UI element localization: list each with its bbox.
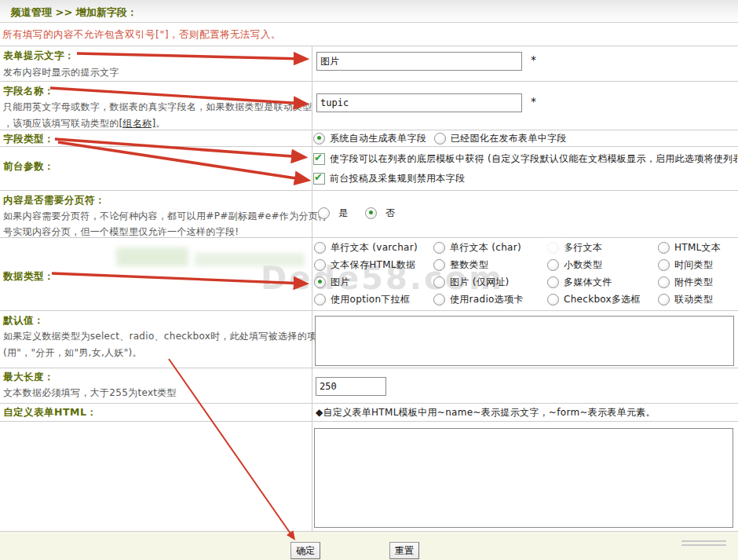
breadcrumb: 频道管理 >> 增加新字段： bbox=[11, 5, 137, 20]
option-label: 使用option下拉框 bbox=[331, 293, 410, 306]
radio-icon[interactable] bbox=[433, 294, 445, 306]
datatype-option[interactable]: 多媒体文件 bbox=[547, 276, 612, 288]
option-label: 附件类型 bbox=[674, 276, 713, 289]
field-name-input[interactable] bbox=[316, 93, 522, 112]
default-value-textarea[interactable] bbox=[315, 316, 734, 366]
option-label: 已经固化在发布表单中字段 bbox=[451, 132, 567, 145]
datatype-option[interactable]: 整数类型 bbox=[433, 258, 488, 271]
option-label: 单行文本 (varchar) bbox=[331, 241, 418, 254]
radio-icon[interactable] bbox=[314, 242, 326, 254]
radio-icon[interactable] bbox=[433, 276, 445, 288]
radio-icon[interactable] bbox=[314, 276, 326, 288]
customhtml-textarea[interactable] bbox=[314, 428, 733, 528]
required-mark: * bbox=[531, 95, 536, 108]
reset-button[interactable]: 重置 bbox=[389, 542, 419, 559]
pagebreak-option-no[interactable]: 否 bbox=[365, 207, 395, 219]
radio-icon[interactable] bbox=[313, 133, 325, 145]
footer-bar bbox=[0, 532, 738, 560]
datatype-option[interactable]: 使用option下拉框 bbox=[314, 293, 410, 306]
radio-icon[interactable] bbox=[658, 259, 670, 271]
watermark-line bbox=[681, 540, 726, 542]
group-name-link[interactable]: [组名称] bbox=[119, 118, 156, 129]
field-label-maxlen: 最大长度： bbox=[3, 371, 54, 384]
option-label: 文本保存HTML数据 bbox=[331, 258, 415, 272]
datatype-option[interactable]: 图片 (仅网址) bbox=[433, 276, 510, 288]
divider bbox=[0, 403, 738, 404]
field-label-type: 字段类型： bbox=[3, 133, 54, 146]
field-desc-name-line2: ，该项应该填写联动类型的[组名称]。 bbox=[3, 117, 166, 130]
blurred-region bbox=[116, 247, 188, 266]
field-type-option-fixed[interactable]: 已经固化在发布表单中字段 bbox=[434, 132, 567, 145]
option-label: 使字段可以在列表的底层模板中获得 (自定义字段默认仅能在文档模板显示，启用此选项… bbox=[330, 152, 737, 165]
radio-icon[interactable] bbox=[547, 294, 559, 306]
checkbox-icon[interactable] bbox=[313, 173, 325, 185]
radio-icon[interactable] bbox=[658, 242, 670, 254]
option-label: HTML文本 bbox=[674, 241, 721, 254]
radio-icon[interactable] bbox=[365, 207, 377, 219]
desc-text: 。 bbox=[155, 118, 165, 129]
radio-icon[interactable] bbox=[433, 259, 445, 271]
option-label: 系统自动生成表单字段 bbox=[330, 132, 426, 145]
field-label-datatype: 数据类型： bbox=[3, 270, 54, 284]
radio-icon[interactable] bbox=[314, 259, 326, 271]
option-label: 是 bbox=[338, 207, 348, 220]
maxlen-input[interactable] bbox=[316, 377, 386, 396]
field-desc-default-line1: 如果定义数据类型为select、radio、checkbox时，此处填写被选择的… bbox=[3, 330, 327, 343]
datatype-option[interactable]: 联动类型 bbox=[658, 293, 713, 306]
field-label-prompt: 表单提示文字： bbox=[3, 49, 75, 63]
front-param-option-list-template[interactable]: 使字段可以在列表的底层模板中获得 (自定义字段默认仅能在文档模板显示，启用此选项… bbox=[313, 152, 737, 165]
datatype-option[interactable]: HTML文本 bbox=[658, 241, 721, 254]
option-label: 使用radio选项卡 bbox=[450, 293, 524, 306]
add-field-page: Dede58.com 频道管理 >> 增加新字段： 所有填写的内容不允许包含双引… bbox=[0, 0, 738, 560]
field-type-option-auto[interactable]: 系统自动生成表单字段 bbox=[313, 132, 426, 145]
datatype-option[interactable]: 小数类型 bbox=[547, 258, 602, 271]
radio-icon[interactable] bbox=[314, 294, 326, 306]
field-desc-name-line1: 只能用英文字母或数字，数据表的真实字段名，如果数据类型是联动类型 bbox=[3, 101, 312, 114]
option-label: 否 bbox=[385, 207, 395, 220]
watermark-line bbox=[681, 544, 726, 546]
field-desc-maxlen: 文本数据必须填写，大于255为text类型 bbox=[3, 386, 177, 400]
option-label: 整数类型 bbox=[450, 258, 488, 272]
radio-icon[interactable] bbox=[547, 259, 559, 271]
checkbox-icon[interactable] bbox=[313, 153, 325, 165]
divider bbox=[0, 310, 738, 311]
field-label-pagebreak: 内容是否需要分页符： bbox=[3, 194, 105, 207]
option-label: 多行文本 bbox=[564, 241, 602, 254]
field-desc-default-line2: (用"，"分开，如"男,女,人妖")。 bbox=[3, 346, 142, 360]
field-label-front-params: 前台参数： bbox=[3, 160, 54, 174]
radio-icon[interactable] bbox=[547, 276, 559, 288]
field-label-default: 默认值： bbox=[3, 314, 44, 328]
prompt-input[interactable] bbox=[316, 52, 522, 71]
divider bbox=[0, 368, 738, 368]
divider bbox=[0, 190, 738, 191]
option-label: 多媒体文件 bbox=[564, 276, 612, 289]
datatype-option[interactable]: 使用radio选项卡 bbox=[433, 293, 524, 306]
datatype-option[interactable]: 时间类型 bbox=[658, 258, 713, 271]
notice-text: 所有填写的内容不允许包含双引号["]，否则配置将无法写入。 bbox=[2, 28, 281, 42]
blurred-region bbox=[544, 240, 566, 256]
field-label-name: 字段名称： bbox=[3, 85, 54, 98]
radio-icon[interactable] bbox=[433, 242, 445, 254]
front-param-option-disable[interactable]: 前台投稿及采集规则禁用本字段 bbox=[313, 172, 465, 185]
customhtml-note: ◆自定义表单HTML模板中用~name~表示提示文字，~form~表示表单元素。 bbox=[316, 406, 656, 419]
option-label: 图片 bbox=[331, 276, 350, 289]
option-label: 图片 (仅网址) bbox=[450, 276, 510, 289]
datatype-option[interactable]: 单行文本 (char) bbox=[433, 241, 521, 254]
pagebreak-option-yes[interactable]: 是 bbox=[318, 207, 348, 219]
datatype-option-image[interactable]: 图片 bbox=[314, 276, 350, 288]
datatype-option[interactable]: 附件类型 bbox=[658, 276, 713, 288]
datatype-option[interactable]: 文本保存HTML数据 bbox=[314, 258, 415, 271]
field-desc-prompt: 发布内容时显示的提示文字 bbox=[3, 66, 119, 79]
radio-icon[interactable] bbox=[658, 276, 670, 288]
ok-button[interactable]: 确定 bbox=[290, 542, 320, 559]
datatype-option[interactable]: 单行文本 (varchar) bbox=[314, 241, 418, 254]
notice-row: 所有填写的内容不允许包含双引号["]，否则配置将无法写入。 bbox=[0, 23, 738, 46]
option-label: 单行文本 (char) bbox=[450, 241, 521, 254]
option-label: 小数类型 bbox=[564, 258, 602, 272]
radio-icon[interactable] bbox=[434, 133, 446, 145]
radio-icon[interactable] bbox=[658, 294, 670, 306]
datatype-option[interactable]: Checkbox多选框 bbox=[547, 293, 641, 306]
divider bbox=[0, 146, 738, 147]
radio-icon[interactable] bbox=[318, 207, 330, 219]
field-label-customhtml: 自定义表单HTML： bbox=[3, 406, 97, 419]
